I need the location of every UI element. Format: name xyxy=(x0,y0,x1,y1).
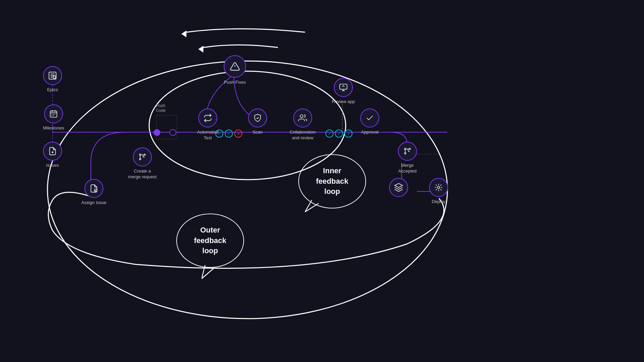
node-deploy: Deploy xyxy=(429,178,448,205)
review-app-circle[interactable] xyxy=(334,78,353,97)
assign-issue-circle[interactable] xyxy=(84,179,103,198)
issues-label: Issues xyxy=(46,163,59,168)
approval-label: Approval xyxy=(361,129,378,135)
node-approval: Approval xyxy=(360,108,379,135)
epics-circle[interactable] xyxy=(43,66,62,85)
collab-review-circle[interactable] xyxy=(293,108,312,127)
inner-bubble-tail xyxy=(298,200,325,214)
check-3: ✓ xyxy=(325,129,334,138)
check-group-2: ✓ ✓ ✓ xyxy=(325,129,353,138)
automated-test-circle[interactable] xyxy=(198,108,217,127)
svg-point-41 xyxy=(404,153,406,154)
pipeline-dot-2 xyxy=(169,129,176,136)
node-push-fixes: Push Fixes xyxy=(224,55,246,85)
svg-point-36 xyxy=(300,115,303,118)
deploy-circle[interactable] xyxy=(429,178,448,197)
svg-marker-1 xyxy=(198,46,203,53)
svg-point-33 xyxy=(144,154,145,155)
node-review-app: Review app xyxy=(332,78,355,105)
svg-point-40 xyxy=(404,148,406,149)
check-4: ✓ xyxy=(335,129,343,138)
svg-point-32 xyxy=(139,158,141,160)
svg-rect-37 xyxy=(340,84,347,89)
milestones-label: Milestones xyxy=(43,125,64,131)
node-milestones: Milestones xyxy=(43,104,64,131)
assign-issue-label: Assign Issue xyxy=(81,200,106,206)
svg-marker-0 xyxy=(181,31,186,37)
release-actual-circle[interactable] xyxy=(389,178,408,197)
create-mr-circle[interactable] xyxy=(133,147,152,166)
svg-point-31 xyxy=(139,154,141,155)
node-assign-issue: Assign Issue xyxy=(81,179,106,206)
outer-feedback-bubble: Outerfeedbackloop xyxy=(176,214,244,268)
check-1: ✓ xyxy=(215,129,223,138)
node-issues: Issues xyxy=(43,142,62,168)
node-epics: Epics xyxy=(43,66,62,93)
node-collab-review: Collaborationand review xyxy=(287,108,318,141)
issues-circle[interactable] xyxy=(43,142,62,161)
merge-accepted-circle[interactable] xyxy=(398,142,417,161)
milestones-circle[interactable] xyxy=(44,104,63,123)
push-fixes-circle[interactable] xyxy=(224,55,246,78)
approval-circle[interactable] xyxy=(360,108,379,127)
node-create-mr: Create amerge request xyxy=(127,147,158,180)
check-2: ✓ xyxy=(225,129,233,138)
deploy-label: Deploy xyxy=(432,199,445,205)
scan-circle[interactable] xyxy=(248,108,267,127)
diagram-container: Epics Milestones xyxy=(0,0,644,362)
scan-label: Scan xyxy=(253,129,263,135)
outer-feedback-text: Outerfeedbackloop xyxy=(194,225,226,256)
push-code-label: PushCode xyxy=(156,103,166,113)
collab-review-label: Collaborationand review xyxy=(287,129,318,141)
check-group-1: ✓ ✓ ✕ xyxy=(215,129,242,138)
outer-loop-ellipse xyxy=(47,61,447,319)
review-app-label: Review app xyxy=(332,99,355,105)
merge-accepted-label: MergeAccepted xyxy=(392,163,423,174)
check-fail: ✕ xyxy=(234,129,242,138)
pipeline-dot-1 xyxy=(154,129,160,136)
node-release-actual: Release xyxy=(389,178,408,197)
outer-bubble-tail xyxy=(202,265,219,282)
node-merge-accepted: MergeAccepted xyxy=(392,142,423,174)
svg-point-42 xyxy=(409,148,410,149)
inner-feedback-text: Innerfeedbackloop xyxy=(316,166,348,197)
svg-rect-18 xyxy=(53,76,56,78)
create-mr-label: Create amerge request xyxy=(127,168,158,180)
svg-point-45 xyxy=(438,186,440,189)
node-scan: Scan xyxy=(248,108,267,135)
check-5: ✓ xyxy=(344,129,353,138)
epics-label: Epics xyxy=(47,87,58,93)
push-fixes-label: Push Fixes xyxy=(224,80,246,85)
